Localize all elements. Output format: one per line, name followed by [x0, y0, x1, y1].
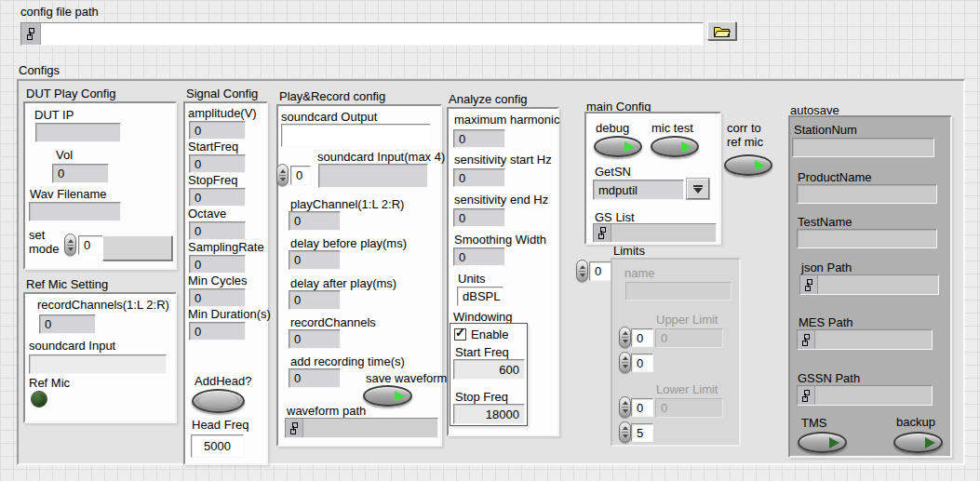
stopfreq-input[interactable]: 0 — [189, 188, 246, 207]
amplitude-label: amplitude(V) — [188, 106, 257, 120]
debug-toggle[interactable] — [594, 136, 642, 157]
set-mode-spinner[interactable] — [64, 234, 76, 256]
getsn-dropdown-value[interactable]: mdputil — [593, 180, 684, 200]
windowing-stop-freq-label: Stop Freq — [455, 390, 508, 404]
json-path-value[interactable] — [818, 275, 938, 294]
record-channels-label: recordChannels(1:L 2:R) — [37, 298, 169, 312]
productname-input[interactable] — [797, 184, 937, 204]
refmic-soundcard-input[interactable] — [29, 354, 167, 374]
gs-list-path-value[interactable] — [611, 224, 716, 242]
limits-index-spinner[interactable] — [576, 260, 588, 282]
soundcard-output-input[interactable] — [281, 124, 431, 147]
productname-label: ProductName — [798, 170, 871, 184]
set-mode-label: set mode — [29, 228, 60, 256]
maximum-harmonic-input[interactable]: 0 — [453, 129, 505, 148]
backup-label: backup — [896, 415, 935, 429]
delay-after-play-input[interactable]: 0 — [289, 290, 341, 310]
lower-limit-index1[interactable]: 0 — [631, 398, 653, 417]
labview-front-panel: config file path Configs DUT Play Config… — [0, 0, 980, 481]
playchannel-label: playChannel(1:L 2:R) — [290, 197, 404, 211]
maximum-harmonic-label: maximum harmonic — [454, 113, 559, 127]
waveform-path-input[interactable] — [285, 418, 438, 438]
units-input[interactable]: dBSPL — [457, 287, 503, 306]
gssn-path-label: GSSN Path — [798, 371, 860, 385]
sensitivity-start-input[interactable]: 0 — [453, 168, 505, 187]
limits-name-input — [625, 282, 732, 301]
path-type-strip — [800, 275, 818, 294]
path-type-strip — [798, 330, 815, 349]
record-channels-input[interactable]: 0 — [39, 314, 96, 334]
corr-label-line2: ref mic — [727, 135, 763, 149]
soundcard-output-label: soundcard Output — [281, 110, 377, 124]
head-freq-input[interactable]: 5000 — [191, 434, 244, 458]
gssn-path-input[interactable] — [797, 385, 933, 406]
add-recording-time-label: add recording time(s) — [290, 354, 405, 368]
min-duration-label: Min Duration(s) — [188, 307, 271, 321]
backup-toggle[interactable] — [893, 432, 943, 453]
browse-button[interactable] — [707, 21, 736, 40]
wav-filename-input[interactable] — [29, 202, 121, 221]
playchannel-input[interactable]: 0 — [289, 211, 341, 231]
path-type-strip — [21, 23, 41, 45]
testname-input[interactable] — [797, 229, 937, 248]
gs-list-path-input[interactable] — [593, 223, 717, 243]
upper-limit-index1[interactable]: 0 — [631, 328, 653, 347]
startfreq-input[interactable]: 0 — [189, 154, 246, 173]
addhead-toggle[interactable] — [192, 389, 245, 413]
upper-limit-index1-spinner[interactable] — [619, 327, 631, 348]
config-file-path-input[interactable] — [20, 22, 704, 46]
mes-path-input[interactable] — [797, 329, 933, 350]
mic-test-toggle[interactable] — [651, 136, 699, 157]
limits-name-label: name — [624, 266, 655, 280]
upper-limit-index2[interactable]: 0 — [631, 354, 653, 372]
samplingrate-label: SamplingRate — [188, 240, 264, 254]
lower-limit-index1-spinner[interactable] — [619, 396, 631, 418]
waveform-path-label: waveform path — [287, 404, 366, 418]
json-path-input[interactable] — [799, 274, 939, 295]
vol-input[interactable]: 0 — [52, 164, 109, 183]
min-duration-input[interactable]: 0 — [189, 322, 246, 341]
stopfreq-label: StopFreq — [188, 173, 237, 187]
sensitivity-end-input[interactable]: 0 — [453, 208, 505, 227]
path-glyph-icon — [804, 279, 813, 291]
dut-ip-label: DUT IP — [34, 108, 74, 122]
path-type-strip — [594, 224, 611, 242]
path-glyph-icon — [801, 390, 811, 402]
min-cycles-input[interactable]: 0 — [189, 288, 246, 307]
windowing-start-freq-label: Start Freq — [455, 345, 509, 359]
path-type-strip — [798, 386, 815, 405]
octave-label: Octave — [188, 207, 226, 220]
smoothing-width-input[interactable]: 0 — [453, 247, 505, 266]
json-path-label: json Path — [801, 261, 852, 274]
octave-input[interactable]: 0 — [189, 221, 246, 240]
delay-before-play-input[interactable]: 0 — [289, 250, 341, 270]
recordchannels-input[interactable]: 0 — [289, 329, 341, 349]
tms-toggle[interactable] — [798, 432, 847, 453]
gssn-path-value[interactable] — [815, 386, 932, 405]
lower-limit-index2-spinner[interactable] — [619, 421, 631, 443]
path-type-strip — [286, 419, 303, 437]
samplingrate-input[interactable]: 0 — [189, 255, 246, 274]
add-recording-time-input[interactable]: 0 — [289, 368, 341, 388]
amplitude-input[interactable]: 0 — [189, 121, 246, 140]
soundcard-input-max4-input[interactable] — [318, 164, 428, 188]
windowing-enable-checkbox[interactable] — [454, 328, 466, 341]
corr-label-line1: corr to — [727, 121, 761, 135]
mes-path-value[interactable] — [815, 330, 932, 349]
windowing-start-freq-input[interactable]: 600 — [453, 359, 525, 380]
corr-to-ref-mic-toggle[interactable] — [724, 154, 772, 176]
configs-label: Configs — [19, 63, 60, 77]
getsn-dropdown-button[interactable] — [687, 179, 709, 199]
soundcard-input-index[interactable]: 0 — [290, 166, 311, 185]
upper-limit-index2-spinner[interactable] — [619, 352, 631, 373]
stationnum-input[interactable] — [792, 138, 934, 157]
delay-after-play-label: delay after play(ms) — [290, 276, 396, 290]
set-mode-label-line1: set — [29, 228, 45, 242]
save-waveform-toggle[interactable] — [363, 385, 412, 407]
soundcard-input-index-spinner[interactable] — [276, 164, 289, 186]
lower-limit-index2[interactable]: 5 — [631, 423, 653, 442]
config-file-path-value[interactable] — [41, 23, 703, 45]
waveform-path-value[interactable] — [303, 419, 437, 437]
dut-ip-input[interactable] — [35, 123, 121, 142]
windowing-stop-freq-input[interactable]: 18000 — [453, 404, 525, 424]
